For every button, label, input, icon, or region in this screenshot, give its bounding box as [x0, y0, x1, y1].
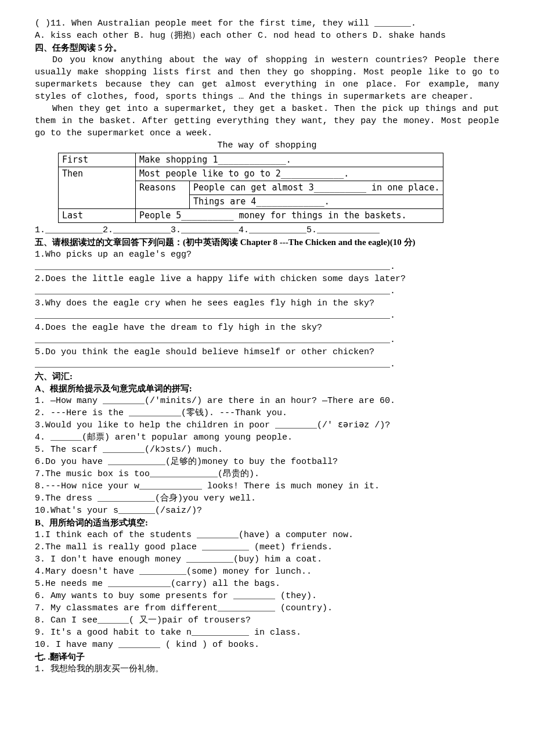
s6a-4[interactable]: 4. ______(邮票) aren't popular among young… — [35, 431, 499, 444]
section-7-title: 七. .翻译句子 — [35, 651, 499, 663]
shopping-table: First Make shopping 1_____________. Then… — [58, 153, 443, 223]
s6b-8[interactable]: 8. Can I see______( 又一)pair of trousers? — [35, 614, 499, 627]
s5-a5[interactable]: ________________________________________… — [35, 358, 499, 370]
cell-last: Last — [59, 209, 136, 223]
s4-para2: When they get into a supermarket, they g… — [35, 103, 499, 139]
s7-q1: 1. 我想给我的朋友买一份礼物。 — [35, 663, 499, 675]
section-4-title: 四、任务型阅读 5 分。 — [35, 42, 499, 54]
mc-q11: ( )11. When Australian people meet for t… — [35, 17, 499, 30]
s5-q3: 3.Why does the eagle cry when he sees ea… — [35, 297, 499, 309]
cell-reason2: Things are 4_____________. — [190, 195, 443, 209]
s6b-4[interactable]: 4.Mary doesn't have _________(some) mone… — [35, 566, 499, 578]
s5-q2: 2.Does the little eagle live a happy lif… — [35, 273, 499, 285]
section-6b-title: B、用所给词的适当形式填空: — [35, 517, 499, 529]
s6a-8[interactable]: 8.---How nice your w____________ looks! … — [35, 480, 499, 492]
section-6a-title: A、根据所给提示及句意完成单词的拼写: — [35, 383, 499, 395]
s6a-7[interactable]: 7.The music box is too_____________(昂贵的)… — [35, 468, 499, 480]
s6a-1[interactable]: 1. —How many ________(/'minits/) are the… — [35, 395, 499, 407]
s4-para1: Do you know anything about the way of sh… — [35, 54, 499, 103]
s6a-6[interactable]: 6.Do you have ___________(足够的)money to b… — [35, 456, 499, 468]
cell-then: Then — [59, 167, 136, 209]
section-6-title: 六、词汇: — [35, 370, 499, 383]
s6a-9[interactable]: 9.The dress ___________(合身)you very well… — [35, 492, 499, 505]
section-5-title: 五、请根据读过的文章回答下列问题：(初中英语阅读 Chapter 8 ---Th… — [35, 236, 499, 249]
s6b-7[interactable]: 7. My classmates are from different_____… — [35, 602, 499, 614]
s6a-10[interactable]: 10.What's your s_______(/saiz/)? — [35, 505, 499, 517]
cell-reason1: People can get almost 3__________ in one… — [190, 181, 443, 195]
s6b-1[interactable]: 1.I think each of the students ________(… — [35, 529, 499, 541]
s5-a2[interactable]: ________________________________________… — [35, 285, 499, 297]
table-title: The way of shopping — [35, 139, 499, 152]
s6b-10[interactable]: 10. I have many ________ ( kind ) of boo… — [35, 639, 499, 651]
s6b-5[interactable]: 5.He needs me ____________(carry) all th… — [35, 578, 499, 590]
s6a-3[interactable]: 3.Would you like to help the children in… — [35, 419, 499, 431]
s5-a3[interactable]: ________________________________________… — [35, 309, 499, 322]
s5-a4[interactable]: ________________________________________… — [35, 334, 499, 346]
s6b-6[interactable]: 6. Amy wants to buy some presents for __… — [35, 590, 499, 602]
s6b-3[interactable]: 3. I don't have enough money _________(b… — [35, 553, 499, 566]
cell-first: First — [59, 153, 136, 167]
s5-q1: 1.Who picks up an eagle's egg? — [35, 249, 499, 261]
s5-q5: 5.Do you think the eagle should believe … — [35, 346, 499, 358]
cell-first-val: Make shopping 1_____________. — [136, 153, 443, 167]
s5-q4: 4.Does the eagle have the dream to fly h… — [35, 322, 499, 334]
mc-q11-options: A. kiss each other B. hug（拥抱）each other … — [35, 30, 499, 42]
cell-reasons: Reasons — [136, 181, 190, 209]
s6a-2[interactable]: 2. ---Here is the __________(零钱). ---Tha… — [35, 407, 499, 419]
cell-then-val: Most people like to go to 2____________. — [136, 167, 443, 181]
s6b-2[interactable]: 2.The mall is really good place ________… — [35, 541, 499, 553]
s6b-9[interactable]: 9. It's a good habit to take n__________… — [35, 627, 499, 639]
cell-last-val: People 5__________ money for things in t… — [136, 209, 443, 223]
s5-a1[interactable]: ________________________________________… — [35, 261, 499, 273]
s4-answers[interactable]: 1.___________2.___________3.___________4… — [35, 224, 499, 236]
s6a-5[interactable]: 5. The scarf ________(/kɔsts/) much. — [35, 444, 499, 456]
